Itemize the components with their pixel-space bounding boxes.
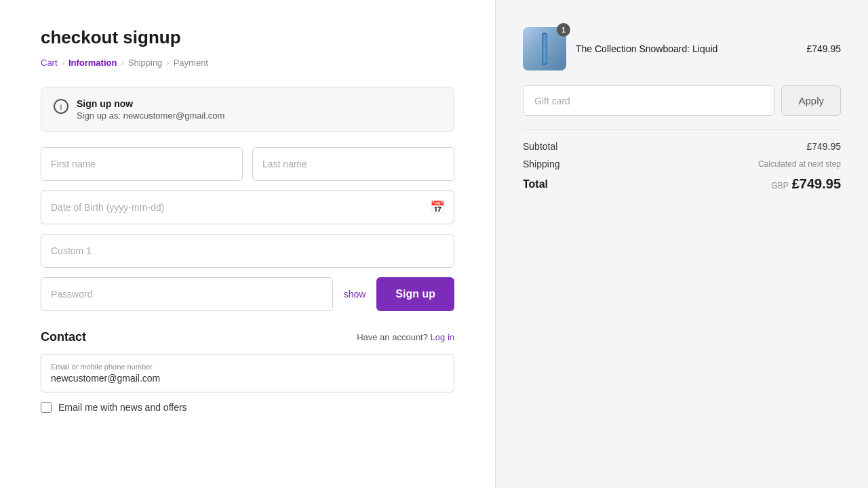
product-name: The Collection Snowboard: Liquid xyxy=(576,43,797,54)
total-right: GBP £749.95 xyxy=(771,176,841,192)
sep-3: › xyxy=(166,58,169,68)
breadcrumb-cart[interactable]: Cart xyxy=(41,58,58,68)
total-value: £749.95 xyxy=(792,176,841,192)
apply-button[interactable]: Apply xyxy=(781,85,841,116)
info-icon: i xyxy=(54,99,68,114)
newsletter-label: Email me with news and offers xyxy=(58,402,187,413)
last-name-input[interactable] xyxy=(252,147,454,181)
signup-notice: i Sign up now Sign up as: newcustomer@gm… xyxy=(41,87,454,132)
signup-button[interactable]: Sign up xyxy=(376,277,454,311)
last-name-field xyxy=(252,147,454,181)
left-panel: checkout signup Cart › Information › Shi… xyxy=(0,0,495,488)
signup-notice-title: Sign up now xyxy=(77,98,224,109)
dob-input[interactable] xyxy=(41,190,454,224)
password-row: show Sign up xyxy=(41,277,454,311)
signup-notice-subtitle: Sign up as: newcustomer@gmail.com xyxy=(77,110,224,121)
product-image-wrap: 1 xyxy=(523,27,566,70)
name-row xyxy=(41,147,454,181)
subtotal-value: £749.95 xyxy=(806,141,841,152)
custom-input[interactable] xyxy=(41,234,454,268)
product-price: £749.95 xyxy=(806,43,841,54)
password-input[interactable] xyxy=(41,277,333,311)
grand-total-row: Total GBP £749.95 xyxy=(523,176,841,192)
product-row: 1 The Collection Snowboard: Liquid £749.… xyxy=(523,27,841,70)
custom-field xyxy=(41,234,454,268)
sep-1: › xyxy=(62,58,64,68)
shipping-note: Calculated at next step xyxy=(758,159,841,169)
breadcrumb-payment: Payment xyxy=(174,58,208,68)
sep-2: › xyxy=(121,58,123,68)
breadcrumb-shipping: Shipping xyxy=(128,58,163,68)
signup-notice-text: Sign up now Sign up as: newcustomer@gmai… xyxy=(77,98,224,121)
total-label: Total xyxy=(523,178,548,190)
shipping-row: Shipping Calculated at next step xyxy=(523,159,841,169)
email-field-value: newcustomer@gmail.com xyxy=(51,373,444,384)
dob-field: 📅 xyxy=(41,190,454,224)
password-field xyxy=(41,277,333,311)
gift-card-input[interactable] xyxy=(523,85,774,116)
shipping-label: Shipping xyxy=(523,159,560,169)
gift-card-row: Apply xyxy=(523,85,841,116)
subtotal-row: Subtotal £749.95 xyxy=(523,141,841,152)
breadcrumb-information: Information xyxy=(68,58,117,68)
product-info: The Collection Snowboard: Liquid xyxy=(566,43,806,54)
contact-header: Contact Have an account? Log in xyxy=(41,330,454,344)
newsletter-checkbox[interactable] xyxy=(41,402,52,413)
first-name-input[interactable] xyxy=(41,147,243,181)
subtotal-label: Subtotal xyxy=(523,141,557,152)
newsletter-row: Email me with news and offers xyxy=(41,402,454,413)
have-account-text: Have an account? Log in xyxy=(357,332,454,342)
page-title: checkout signup xyxy=(41,27,454,48)
product-badge: 1 xyxy=(557,23,570,37)
snowboard-svg xyxy=(535,31,554,66)
email-contact-field[interactable]: Email or mobile phone number newcustomer… xyxy=(41,354,454,392)
show-password-button[interactable]: show xyxy=(341,289,369,300)
right-panel: 1 The Collection Snowboard: Liquid £749.… xyxy=(495,0,868,488)
contact-heading: Contact xyxy=(41,330,86,344)
breadcrumb: Cart › Information › Shipping › Payment xyxy=(41,58,454,68)
login-link[interactable]: Log in xyxy=(431,332,454,342)
total-currency: GBP xyxy=(771,181,788,190)
totals-section: Subtotal £749.95 Shipping Calculated at … xyxy=(523,129,841,192)
first-name-field xyxy=(41,147,243,181)
email-field-label: Email or mobile phone number xyxy=(51,363,444,371)
